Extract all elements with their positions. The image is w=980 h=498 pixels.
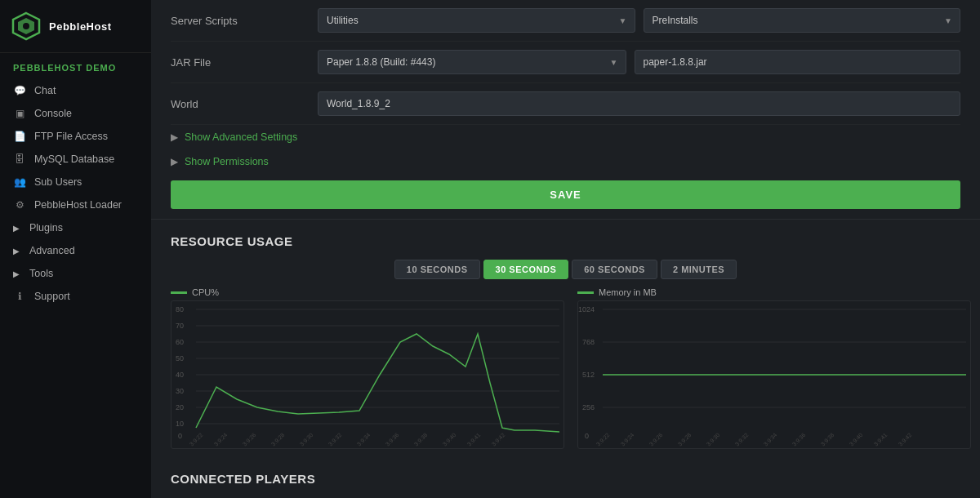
svg-text:3:9:30: 3:9:30 [299,432,314,447]
sidebar-item-ftp[interactable]: 📄 FTP File Access [0,125,151,148]
ftp-icon: 📄 [13,131,26,142]
time-btn-2m[interactable]: 2 MINUTES [661,260,737,279]
svg-text:10: 10 [176,420,184,428]
settings-panel: Server Scripts Utilities None Custom Pre… [151,0,980,220]
logo-icon [11,11,41,41]
svg-text:256: 256 [582,403,595,411]
jar-file-select-wrap: Paper 1.8.8 (Build: #443) [318,50,626,74]
jar-file-row: JAR File Paper 1.8.8 (Build: #443) [171,42,960,83]
console-icon: ▣ [13,108,26,119]
svg-text:3:9:26: 3:9:26 [242,432,257,447]
advanced-settings-text: Show Advanced Settings [185,131,297,143]
server-scripts-select-wrap: Utilities None Custom [318,8,635,33]
subusers-icon: 👥 [13,176,26,188]
svg-text:3:9:32: 3:9:32 [327,432,343,447]
memory-legend-label: Memory in MB [599,287,657,297]
jar-file-input[interactable] [635,50,961,74]
time-btn-60s[interactable]: 60 SECONDS [572,260,657,279]
svg-text:3:9:38: 3:9:38 [820,432,835,447]
svg-text:3:9:24: 3:9:24 [620,432,635,447]
svg-text:3:9:34: 3:9:34 [763,432,778,447]
advanced-settings-link[interactable]: ▶ Show Advanced Settings [171,125,960,149]
svg-text:3:9:38: 3:9:38 [413,432,429,447]
sidebar-item-mysql[interactable]: 🗄 MySQL Database [0,148,151,171]
svg-text:20: 20 [176,403,184,411]
advanced-arrow-right-icon: ▶ [171,131,178,143]
demo-label: PEBBLEHOST DEMO [0,53,151,79]
preinstalls-select[interactable]: PreInstalls None [644,8,961,33]
svg-text:3:9:28: 3:9:28 [677,432,693,447]
sidebar-label-advanced: Advanced [29,245,75,256]
svg-text:3:9:32: 3:9:32 [734,432,750,447]
memory-legend-dot [577,291,594,294]
svg-text:3:9:40: 3:9:40 [849,432,864,447]
mysql-icon: 🗄 [13,153,26,165]
svg-text:512: 512 [582,371,595,379]
permissions-arrow-icon: ▶ [171,156,178,167]
svg-text:0: 0 [585,432,589,440]
save-button[interactable]: SAVE [171,180,960,209]
cpu-legend-label: CPU% [192,287,219,297]
svg-point-2 [23,23,29,29]
server-scripts-select[interactable]: Utilities None Custom [318,8,635,33]
svg-text:80: 80 [176,305,184,313]
svg-text:768: 768 [582,338,595,346]
preinstalls-select-wrap: PreInstalls None [644,8,961,33]
server-scripts-label: Server Scripts [171,15,318,27]
sidebar-item-tools[interactable]: ▶ Tools [0,262,151,285]
svg-text:3:9:36: 3:9:36 [791,432,807,447]
sidebar-item-chat[interactable]: 💬 Chat [0,79,151,102]
sidebar-label-subusers: Sub Users [34,176,82,188]
svg-text:40: 40 [176,371,184,379]
svg-text:60: 60 [176,338,184,346]
time-btn-30s[interactable]: 30 SECONDS [483,260,569,279]
jar-file-label: JAR File [171,56,318,69]
sidebar-label-support: Support [34,291,70,302]
loader-icon: ⚙ [13,199,26,211]
sidebar-label-ftp: FTP File Access [34,131,108,142]
sidebar-item-support[interactable]: ℹ Support [0,285,151,308]
connected-players-section: CONNECTED PLAYERS No players online [151,464,980,498]
logo-container: PebbleHost [0,0,151,53]
permissions-link[interactable]: ▶ Show Permissions [171,149,960,174]
svg-text:3:9:22: 3:9:22 [189,432,204,447]
time-buttons-group: 10 SECONDS 30 SECONDS 60 SECONDS 2 MINUT… [171,260,960,279]
cpu-chart: 80 70 60 50 40 30 20 10 0 3:9:22 3:9:24 [171,300,564,449]
svg-text:3:9:28: 3:9:28 [270,432,286,447]
svg-text:3:9:42: 3:9:42 [898,432,913,447]
cpu-chart-svg: 80 70 60 50 40 30 20 10 0 3:9:22 3:9:24 [172,301,564,448]
permissions-text: Show Permissions [185,156,269,167]
sidebar-label-plugins: Plugins [29,222,63,233]
svg-text:3:9:41: 3:9:41 [873,432,889,447]
resource-usage-title: RESOURCE USAGE [171,234,960,248]
svg-text:3:9:42: 3:9:42 [491,432,506,447]
world-label: World [171,98,318,110]
svg-text:30: 30 [176,387,184,395]
advanced-arrow-icon: ▶ [13,247,20,256]
svg-text:70: 70 [176,322,184,330]
sidebar-item-console[interactable]: ▣ Console [0,102,151,125]
sidebar-item-plugins[interactable]: ▶ Plugins [0,216,151,239]
sidebar: PebbleHost PEBBLEHOST DEMO 💬 Chat ▣ Cons… [0,0,151,498]
memory-legend: Memory in MB [577,287,971,297]
svg-text:50: 50 [176,354,184,362]
server-scripts-row: Server Scripts Utilities None Custom Pre… [171,0,960,42]
sidebar-item-subusers[interactable]: 👥 Sub Users [0,171,151,193]
svg-text:3:9:22: 3:9:22 [595,432,611,447]
world-row: World [171,83,960,125]
world-input[interactable] [318,91,960,116]
memory-chart-container: Memory in MB 1024 768 512 256 0 [577,287,971,449]
svg-text:1024: 1024 [578,305,595,313]
jar-file-select[interactable]: Paper 1.8.8 (Build: #443) [318,50,626,74]
sidebar-nav: 💬 Chat ▣ Console 📄 FTP File Access 🗄 MyS… [0,79,151,498]
sidebar-item-advanced[interactable]: ▶ Advanced [0,239,151,262]
svg-text:3:9:26: 3:9:26 [648,432,664,447]
svg-text:0: 0 [178,432,182,440]
svg-text:3:9:24: 3:9:24 [213,432,229,447]
server-scripts-controls: Utilities None Custom PreInstalls None [318,8,960,33]
sidebar-item-loader[interactable]: ⚙ PebbleHost Loader [0,193,151,216]
time-btn-10s[interactable]: 10 SECONDS [394,260,480,279]
tools-arrow-icon: ▶ [13,269,20,278]
cpu-legend-dot [171,291,187,294]
world-controls [318,91,960,116]
